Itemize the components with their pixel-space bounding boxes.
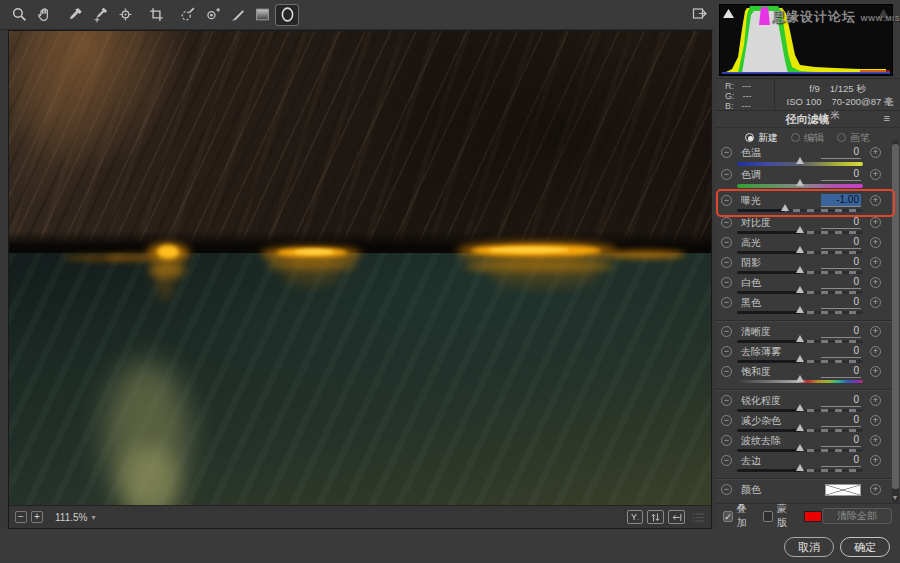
- local-adjust-minus-button[interactable]: −: [721, 326, 732, 337]
- slider-track[interactable]: [737, 409, 863, 412]
- slider-value-field[interactable]: 0: [821, 296, 861, 309]
- radial-filter-tool-icon[interactable]: [276, 5, 298, 25]
- slider-track[interactable]: [737, 380, 863, 383]
- local-adjust-plus-button[interactable]: +: [870, 195, 881, 206]
- slider-thumb[interactable]: [796, 375, 804, 382]
- slider-track[interactable]: [737, 251, 863, 254]
- slider-value-field[interactable]: 0: [821, 434, 861, 447]
- zoom-level-value[interactable]: 111.5%: [55, 512, 87, 523]
- local-adjust-minus-button[interactable]: −: [721, 415, 732, 426]
- local-adjust-plus-button[interactable]: +: [870, 366, 881, 377]
- slider-value-field[interactable]: 0: [821, 216, 861, 229]
- hand-tool-icon[interactable]: [33, 5, 55, 25]
- slider-track[interactable]: [737, 449, 863, 452]
- color-minus-button[interactable]: −: [721, 484, 732, 495]
- slider-track[interactable]: [737, 360, 863, 363]
- local-adjust-plus-button[interactable]: +: [870, 455, 881, 466]
- color-sampler-tool-icon[interactable]: [89, 5, 111, 25]
- slider-value-field[interactable]: 0: [821, 146, 861, 159]
- slider-track[interactable]: [737, 311, 863, 314]
- copy-settings-button[interactable]: [668, 510, 685, 524]
- slider-value-field[interactable]: 0: [821, 168, 861, 181]
- photo-canvas[interactable]: [9, 31, 711, 505]
- slider-value-field[interactable]: 0: [821, 454, 861, 467]
- local-adjust-plus-button[interactable]: +: [870, 326, 881, 337]
- slider-thumb[interactable]: [796, 179, 804, 186]
- local-adjust-minus-button[interactable]: −: [721, 366, 732, 377]
- local-adjust-plus-button[interactable]: +: [870, 217, 881, 228]
- slider-value-field[interactable]: 0: [821, 365, 861, 378]
- slider-value-field[interactable]: 0: [821, 276, 861, 289]
- local-adjust-minus-button[interactable]: −: [721, 237, 732, 248]
- slider-thumb[interactable]: [796, 226, 804, 233]
- local-adjust-minus-button[interactable]: −: [721, 346, 732, 357]
- panel-scrollbar[interactable]: [892, 140, 899, 503]
- zoom-level-dropdown-icon[interactable]: ▾: [91, 513, 95, 522]
- local-adjust-minus-button[interactable]: −: [721, 435, 732, 446]
- slider-value-field[interactable]: -1.00: [821, 194, 861, 207]
- slider-track[interactable]: [737, 469, 863, 472]
- local-adjust-plus-button[interactable]: +: [870, 147, 881, 158]
- slider-thumb[interactable]: [796, 306, 804, 313]
- slider-value-field[interactable]: 0: [821, 345, 861, 358]
- local-adjust-minus-button[interactable]: −: [721, 217, 732, 228]
- scroll-down-icon[interactable]: ▾: [890, 493, 900, 502]
- local-adjust-minus-button[interactable]: −: [721, 455, 732, 466]
- local-adjust-plus-button[interactable]: +: [870, 169, 881, 180]
- swap-before-after-button[interactable]: [647, 510, 664, 524]
- mode-radio-2[interactable]: 画笔: [837, 131, 870, 145]
- local-adjust-minus-button[interactable]: −: [721, 195, 732, 206]
- slider-thumb[interactable]: [796, 266, 804, 273]
- toggle-fullscreen-icon[interactable]: [691, 5, 708, 22]
- slider-thumb[interactable]: [796, 246, 804, 253]
- spot-removal-tool-icon[interactable]: [176, 5, 198, 25]
- mask-checkbox[interactable]: [763, 511, 773, 522]
- slider-value-field[interactable]: 0: [821, 394, 861, 407]
- slider-track[interactable]: [737, 291, 863, 294]
- slider-value-field[interactable]: 0: [821, 256, 861, 269]
- slider-thumb[interactable]: [781, 204, 789, 211]
- local-adjust-plus-button[interactable]: +: [870, 346, 881, 357]
- cancel-button[interactable]: 取消: [784, 537, 834, 557]
- ok-button[interactable]: 确定: [840, 537, 890, 557]
- mode-radio-1[interactable]: 编辑: [791, 131, 824, 145]
- panel-menu-icon[interactable]: ≡: [884, 112, 890, 124]
- slider-thumb[interactable]: [796, 424, 804, 431]
- shadow-clipping-warning-icon[interactable]: [722, 7, 735, 19]
- slider-track[interactable]: [737, 231, 863, 234]
- tint-color-swatch[interactable]: [825, 484, 861, 496]
- local-adjust-minus-button[interactable]: −: [721, 147, 732, 158]
- local-adjust-minus-button[interactable]: −: [721, 169, 732, 180]
- local-adjust-plus-button[interactable]: +: [870, 415, 881, 426]
- slider-track[interactable]: [737, 271, 863, 274]
- clear-all-button[interactable]: 清除全部: [822, 508, 892, 524]
- slider-track[interactable]: [737, 162, 863, 166]
- local-adjust-plus-button[interactable]: +: [870, 297, 881, 308]
- slider-track[interactable]: [737, 184, 863, 188]
- mode-radio-0[interactable]: 新建: [745, 131, 778, 145]
- zoom-out-button[interactable]: −: [15, 511, 27, 523]
- scrollbar-thumb[interactable]: [892, 144, 899, 489]
- slider-thumb[interactable]: [796, 335, 804, 342]
- histogram[interactable]: 思缘设计论坛 WWW.MISSYUAN.NET: [719, 4, 893, 76]
- local-adjust-minus-button[interactable]: −: [721, 277, 732, 288]
- zoom-tool-icon[interactable]: [8, 5, 30, 25]
- graduated-filter-tool-icon[interactable]: [251, 5, 273, 25]
- local-adjust-minus-button[interactable]: −: [721, 395, 732, 406]
- transform-tool-icon[interactable]: [145, 5, 167, 25]
- local-adjust-plus-button[interactable]: +: [870, 257, 881, 268]
- local-adjust-plus-button[interactable]: +: [870, 237, 881, 248]
- local-adjust-plus-button[interactable]: +: [870, 435, 881, 446]
- targeted-adjustment-tool-icon[interactable]: [114, 5, 136, 25]
- local-adjust-plus-button[interactable]: +: [870, 277, 881, 288]
- slider-value-field[interactable]: 0: [821, 325, 861, 338]
- overlay-checkbox[interactable]: ✓: [723, 511, 733, 522]
- adjustment-brush-tool-icon[interactable]: [226, 5, 248, 25]
- mask-color-swatch[interactable]: [804, 511, 823, 522]
- slider-thumb[interactable]: [796, 444, 804, 451]
- slider-thumb[interactable]: [796, 355, 804, 362]
- slider-track[interactable]: [737, 209, 863, 212]
- slider-thumb[interactable]: [796, 464, 804, 471]
- preview-cycle-button[interactable]: Y.: [627, 510, 643, 524]
- color-plus-button[interactable]: +: [870, 484, 881, 495]
